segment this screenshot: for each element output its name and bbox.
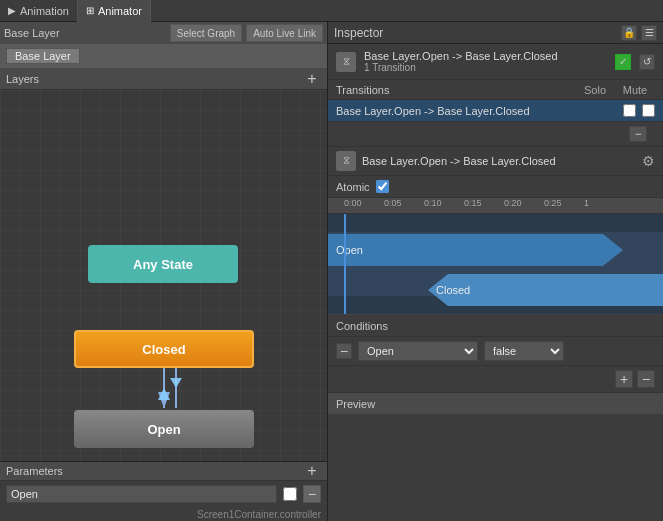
right-panel: Inspector 🔒 ☰ ⧖ Base Layer.Open -> Base … — [328, 22, 663, 521]
timeline-top-band — [328, 214, 663, 232]
layers-header: Layers + — [0, 68, 327, 90]
toolbar-title: Base Layer — [4, 27, 166, 39]
params-label: Parameters — [6, 465, 303, 477]
timeline-ruler: 0:00 0:05 0:10 0:15 0:20 0:25 1 — [328, 198, 663, 214]
ruler-marks-container: 0:00 0:05 0:10 0:15 0:20 0:25 1 — [344, 198, 663, 213]
params-header: Parameters + — [0, 462, 327, 481]
params-row: − — [0, 481, 327, 507]
transition-title: Base Layer.Open -> Base Layer.Closed — [364, 50, 607, 62]
param-minus-button[interactable]: − — [303, 485, 321, 503]
condition-param-select[interactable]: Open — [358, 341, 478, 361]
remove-condition-button[interactable]: − — [336, 343, 352, 359]
timeline-bar-open: Open — [328, 234, 623, 266]
conditions-section: Conditions − Open false true + − — [328, 314, 663, 392]
save-icon[interactable]: ✓ — [615, 54, 631, 70]
animation-icon: ▶ — [8, 5, 16, 16]
solo-checkbox[interactable] — [623, 104, 636, 117]
tab-animator[interactable]: ⊞ Animator — [78, 0, 151, 22]
animator-icon: ⊞ — [86, 5, 94, 16]
tab-bar: ▶ Animation ⊞ Animator — [0, 0, 663, 22]
revert-icon[interactable]: ↺ — [639, 54, 655, 70]
transitions-label: Transitions — [336, 84, 575, 96]
inspector-header: Inspector 🔒 ☰ — [328, 22, 663, 44]
ruler-mark-2: 0:10 — [424, 198, 442, 208]
auto-live-link-button[interactable]: Auto Live Link — [246, 24, 323, 42]
any-state-label: Any State — [133, 257, 193, 272]
transition-info: ⧖ Base Layer.Open -> Base Layer.Closed 1… — [328, 44, 663, 80]
remove-transition-button[interactable]: − — [629, 126, 647, 142]
transition-count: 1 Transition — [364, 62, 607, 73]
add-param-button[interactable]: + — [303, 462, 321, 480]
menu-icon[interactable]: ☰ — [641, 25, 657, 41]
open-state-label: Open — [147, 422, 180, 437]
conditions-header: Conditions — [328, 315, 663, 337]
transition-list-row[interactable]: Base Layer.Open -> Base Layer.Closed — [328, 100, 663, 122]
breadcrumb-base-layer[interactable]: Base Layer — [6, 48, 80, 64]
ruler-mark-6: 1 — [584, 198, 589, 208]
preview-label: Preview — [336, 398, 375, 410]
param-name-input[interactable] — [6, 485, 277, 503]
transition-details: Base Layer.Open -> Base Layer.Closed 1 T… — [364, 50, 607, 73]
any-state-node[interactable]: Any State — [88, 245, 238, 283]
settings-icon[interactable]: ⚙ — [642, 153, 655, 169]
transition-actions: − — [328, 122, 663, 147]
svg-marker-5 — [170, 378, 182, 388]
left-toolbar: Base Layer Select Graph Auto Live Link — [0, 22, 327, 44]
transition-type-icon: ⧖ — [336, 52, 356, 72]
timeline-body[interactable]: Open Closed — [328, 214, 663, 314]
transition2-icon: ⧖ — [336, 151, 356, 171]
layers-label: Layers — [6, 73, 303, 85]
lock-icon[interactable]: 🔒 — [621, 25, 637, 41]
conditions-label: Conditions — [336, 320, 655, 332]
ruler-mark-3: 0:15 — [464, 198, 482, 208]
file-label: Screen1Container.controller — [0, 507, 327, 521]
breadcrumb-bar: Base Layer — [0, 44, 327, 68]
atomic-checkbox[interactable] — [376, 180, 389, 193]
solo-column-label: Solo — [575, 84, 615, 96]
second-transition-row: ⧖ Base Layer.Open -> Base Layer.Closed ⚙ — [328, 147, 663, 176]
closed-state-label: Closed — [142, 342, 185, 357]
timeline-open-label: Open — [336, 244, 363, 256]
timeline-bar-closed: Closed — [428, 274, 663, 306]
mute-checkbox[interactable] — [642, 104, 655, 117]
conditions-footer: + − — [328, 366, 663, 392]
atomic-row: Atomic — [328, 176, 663, 198]
add-condition-button[interactable]: + — [615, 370, 633, 388]
ruler-mark-1: 0:05 — [384, 198, 402, 208]
timeline-cursor[interactable] — [344, 214, 346, 314]
timeline-closed-label: Closed — [436, 284, 470, 296]
inspector-icons: 🔒 ☰ — [621, 25, 657, 41]
left-panel: Base Layer Select Graph Auto Live Link B… — [0, 22, 328, 521]
atomic-label: Atomic — [336, 181, 370, 193]
transition-row-text: Base Layer.Open -> Base Layer.Closed — [336, 105, 617, 117]
second-transition-text: Base Layer.Open -> Base Layer.Closed — [362, 155, 636, 167]
condition-value-select[interactable]: false true — [484, 341, 564, 361]
bottom-section: Parameters + − Screen1Container.controll… — [0, 461, 327, 521]
remove-all-conditions-button[interactable]: − — [637, 370, 655, 388]
ruler-mark-4: 0:20 — [504, 198, 522, 208]
condition-row: − Open false true — [328, 337, 663, 366]
ruler-mark-0: 0:00 — [344, 198, 362, 208]
svg-marker-4 — [158, 388, 170, 400]
inspector-title: Inspector — [334, 26, 621, 40]
param-bool-checkbox[interactable] — [283, 487, 297, 501]
add-layer-button[interactable]: + — [303, 70, 321, 88]
mute-column-label: Mute — [615, 84, 655, 96]
tab-animation[interactable]: ▶ Animation — [0, 0, 78, 22]
ruler-mark-5: 0:25 — [544, 198, 562, 208]
select-graph-button[interactable]: Select Graph — [170, 24, 242, 42]
transitions-list-header: Transitions Solo Mute — [328, 80, 663, 100]
closed-state-node[interactable]: Closed — [74, 330, 254, 368]
graph-area[interactable]: Any State Closed Open — [0, 90, 327, 461]
preview-footer: Preview — [328, 392, 663, 414]
open-state-node[interactable]: Open — [74, 410, 254, 448]
